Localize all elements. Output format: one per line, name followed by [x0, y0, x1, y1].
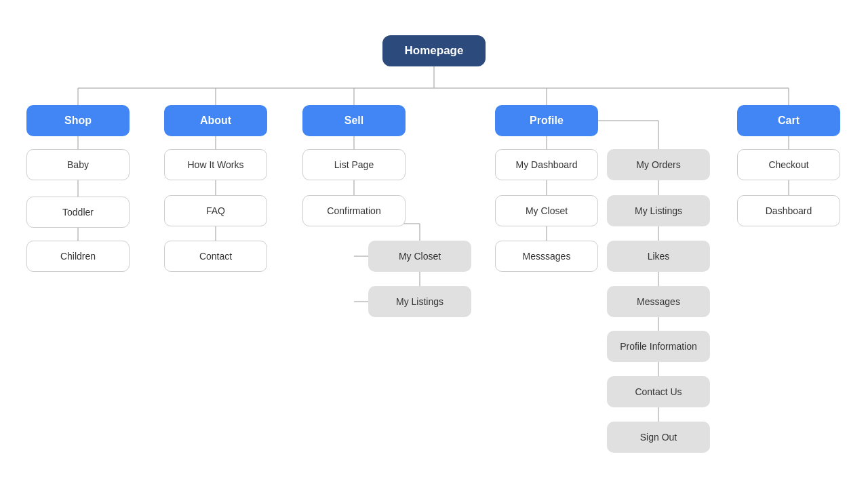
sell-node[interactable]: Sell — [302, 105, 406, 136]
messages-right-node[interactable]: Messages — [607, 286, 710, 317]
children-node[interactable]: Children — [26, 241, 130, 272]
my-orders-node[interactable]: My Orders — [607, 149, 710, 180]
contact-node[interactable]: Contact — [164, 241, 267, 272]
shop-node[interactable]: Shop — [26, 105, 130, 136]
sell-my-listings-node[interactable]: My Listings — [368, 286, 471, 317]
baby-node[interactable]: Baby — [26, 149, 130, 180]
sell-my-closet-node[interactable]: My Closet — [368, 241, 471, 272]
my-listings-node[interactable]: My Listings — [607, 195, 710, 226]
sign-out-node[interactable]: Sign Out — [607, 422, 710, 453]
sitemap-container: Homepage Shop Baby Toddler Children Abou… — [0, 0, 868, 488]
profile-node[interactable]: Profile — [495, 105, 598, 136]
homepage-node[interactable]: Homepage — [382, 35, 486, 66]
messages-left-node[interactable]: Messsages — [495, 241, 598, 272]
my-dashboard-node[interactable]: My Dashboard — [495, 149, 598, 180]
contact-us-node[interactable]: Contact Us — [607, 376, 710, 407]
likes-node[interactable]: Likes — [607, 241, 710, 272]
checkout-node[interactable]: Checkout — [737, 149, 840, 180]
dashboard-node[interactable]: Dashboard — [737, 195, 840, 226]
confirmation-node[interactable]: Confirmation — [302, 195, 406, 226]
profile-info-node[interactable]: Profile Information — [607, 331, 710, 362]
how-it-works-node[interactable]: How It Works — [164, 149, 267, 180]
faq-node[interactable]: FAQ — [164, 195, 267, 226]
toddler-node[interactable]: Toddler — [26, 197, 130, 228]
list-page-node[interactable]: List Page — [302, 149, 406, 180]
cart-node[interactable]: Cart — [737, 105, 840, 136]
my-closet-node[interactable]: My Closet — [495, 195, 598, 226]
about-node[interactable]: About — [164, 105, 267, 136]
